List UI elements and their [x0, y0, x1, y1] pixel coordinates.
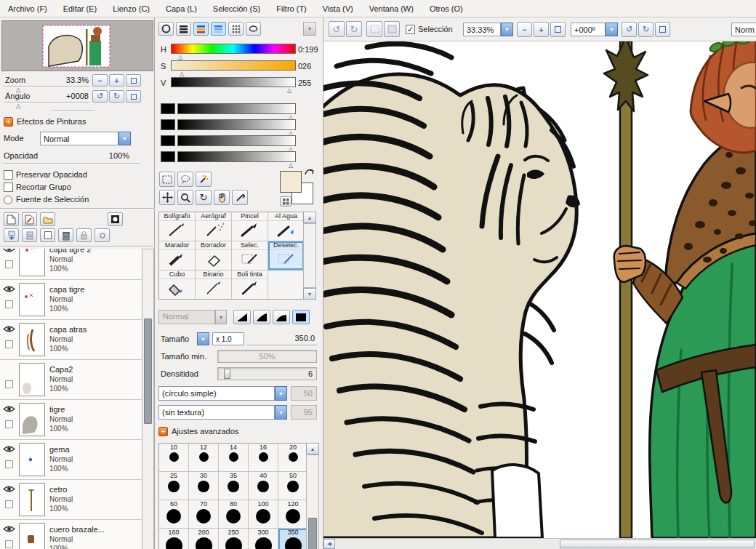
layer-link-box[interactable]: [5, 460, 13, 468]
lock-layer-button[interactable]: [76, 228, 92, 242]
layer-link-box[interactable]: [5, 300, 13, 308]
zoom-tool[interactable]: [177, 190, 193, 205]
canvas[interactable]: [323, 41, 756, 538]
selection-visibility-checkbox[interactable]: ✓: [406, 25, 415, 34]
saturation-slider-marker[interactable]: △: [180, 71, 184, 77]
size-grid-scrollbar[interactable]: [306, 454, 319, 549]
angle-slider-marker[interactable]: △: [16, 103, 20, 109]
brush-size-unit[interactable]: x 1.0: [212, 332, 244, 345]
color-picker-tool[interactable]: [232, 190, 248, 205]
hue-slider-marker[interactable]: △: [178, 55, 182, 60]
brush-tip-curve[interactable]: [253, 310, 270, 324]
tool-deselect-pen[interactable]: Deselec.: [268, 241, 304, 270]
density-slider[interactable]: 6: [217, 367, 317, 380]
custom-slider-4[interactable]: [177, 151, 296, 162]
layer-thumbnail[interactable]: [19, 323, 45, 356]
saturation-slider[interactable]: [171, 60, 296, 71]
effects-header[interactable]: Efectos de Pinturas: [17, 117, 86, 126]
swap-colors-icon[interactable]: [304, 167, 315, 177]
brush-size-option[interactable]: 16: [249, 444, 278, 471]
scratchpad-tab[interactable]: [246, 22, 261, 36]
preserve-opacity-checkbox[interactable]: [4, 170, 13, 180]
merge-down-button[interactable]: [22, 228, 37, 242]
layer-link-box[interactable]: [5, 260, 13, 268]
advanced-settings-header[interactable]: Ajustes avanzados: [172, 427, 238, 436]
rgb-sliders-tab[interactable]: [193, 22, 209, 36]
layer-visibility-toggle[interactable]: [3, 364, 17, 375]
tool-airbrush[interactable]: Aerógraf: [196, 212, 231, 241]
menu-archivo[interactable]: Archivo (F): [0, 1, 55, 16]
layer-link-box[interactable]: [5, 340, 13, 348]
layer-row[interactable]: capa tigre Normal 100%: [0, 280, 142, 320]
tool-grid-scroll-up[interactable]: ▲: [303, 212, 316, 223]
brush-size-option[interactable]: 50: [278, 472, 307, 500]
layer-mask-button[interactable]: [108, 212, 123, 226]
expand-selection-button[interactable]: [384, 21, 400, 37]
tool-ink-pen[interactable]: Boli tinta: [232, 271, 268, 299]
layer-list-scrollbar-thumb[interactable]: [144, 318, 152, 424]
layer-visibility-toggle[interactable]: [3, 249, 17, 255]
color-panel-menu-button[interactable]: ▼: [303, 22, 316, 36]
value-slider[interactable]: [171, 77, 296, 87]
canvas-rotate-cw-button[interactable]: ↻: [638, 22, 654, 37]
tool-select-pen[interactable]: Selec.: [232, 241, 268, 270]
brush-size-option[interactable]: 300: [249, 529, 278, 549]
tool-eraser[interactable]: Borrador: [196, 241, 231, 270]
undo-button[interactable]: ↺: [329, 21, 345, 37]
zoom-in-button[interactable]: +: [109, 74, 124, 87]
layer-row[interactable]: cuero brazale... Normal 100%: [0, 520, 142, 549]
canvas-hscrollbar-thumb[interactable]: [560, 540, 755, 548]
custom-slider-1[interactable]: [177, 103, 296, 114]
scroll-left-button[interactable]: ◀: [323, 539, 335, 549]
brush-blend-select[interactable]: Normal: [158, 310, 215, 324]
layer-visibility-toggle[interactable]: [3, 284, 17, 295]
custom-slider-3[interactable]: [177, 135, 296, 146]
layer-link-box[interactable]: [5, 380, 13, 388]
brush-size-option[interactable]: 160: [159, 529, 188, 549]
canvas-hscrollbar[interactable]: ◀: [323, 538, 756, 549]
value-slider-marker[interactable]: △: [287, 88, 291, 94]
clip-group-label[interactable]: Recortar Grupo: [16, 183, 71, 191]
menu-lienzo[interactable]: Lienzo (C): [105, 1, 158, 16]
selection-source-radio[interactable]: [4, 196, 12, 204]
canvas-zoom-in-button[interactable]: +: [534, 22, 549, 37]
hue-slider[interactable]: [171, 44, 296, 54]
angle-reset-button[interactable]: [126, 90, 141, 103]
effects-expand-icon[interactable]: +: [4, 117, 13, 127]
color-wheel-tab[interactable]: [158, 22, 174, 36]
layer-thumbnail[interactable]: [19, 283, 45, 316]
custom-color-swatch-4[interactable]: [161, 151, 175, 162]
brush-size-option-selected[interactable]: 350: [278, 529, 307, 549]
move-tool[interactable]: [159, 190, 175, 205]
brush-shape-select[interactable]: (círculo simple): [158, 386, 275, 401]
panel-resize-handle[interactable]: [51, 111, 94, 112]
tool-empty-slot[interactable]: [268, 271, 304, 299]
menu-vista[interactable]: Vista (V): [315, 1, 361, 16]
rect-select-tool[interactable]: [159, 172, 175, 187]
brush-tip-pointy[interactable]: [233, 310, 251, 324]
tool-bucket[interactable]: Cubo: [159, 271, 195, 299]
tool-grid-scrollbar[interactable]: [303, 223, 316, 288]
layer-row[interactable]: capa atras Normal 100%: [0, 320, 142, 360]
custom-slider-2[interactable]: [177, 119, 296, 130]
layer-thumbnail[interactable]: [19, 403, 45, 436]
canvas-angle-input[interactable]: +000º: [571, 23, 606, 36]
clip-group-checkbox[interactable]: [4, 183, 13, 192]
tool-brush[interactable]: Pincel: [232, 212, 268, 241]
custom-color-swatch-3[interactable]: [161, 135, 175, 146]
delete-layer-button[interactable]: [58, 228, 73, 242]
new-folder-button[interactable]: [40, 212, 55, 226]
layer-visibility-toggle[interactable]: [3, 404, 17, 415]
redo-button[interactable]: ↻: [346, 21, 362, 37]
menu-filtro[interactable]: Filtro (T): [268, 1, 315, 16]
layer-link-box[interactable]: [5, 420, 13, 428]
brush-size-option[interactable]: 10: [159, 444, 188, 471]
new-sketch-layer-button[interactable]: [22, 212, 37, 226]
tool-grid-scroll-down[interactable]: ▼: [303, 288, 316, 300]
tool-binary-pen[interactable]: Binario: [196, 271, 231, 299]
menu-seleccion[interactable]: Selección (S): [205, 1, 268, 16]
zoom-reset-button[interactable]: [126, 74, 141, 87]
canvas-rotate-ccw-button[interactable]: ↺: [622, 22, 637, 37]
selection-source-label[interactable]: Fuente de Selección: [16, 195, 89, 204]
min-size-slider[interactable]: 50%: [217, 350, 317, 363]
